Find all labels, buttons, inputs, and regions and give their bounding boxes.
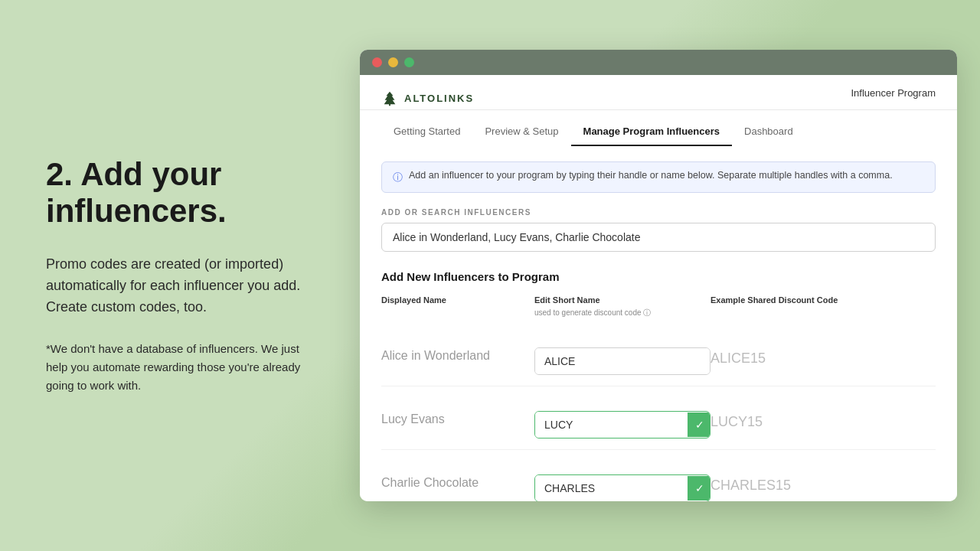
body-text: Promo codes are created (or imported) au… — [46, 254, 306, 318]
tab-dashboard[interactable]: Dashboard — [732, 118, 805, 146]
search-influencers-input[interactable] — [381, 223, 936, 252]
col2-subheader: used to generate discount code ⓘ — [534, 308, 710, 318]
info-banner-text: Add an influencer to your program by typ… — [409, 170, 893, 181]
add-section-title: Add New Influencers to Program — [381, 270, 936, 283]
footnote-text: *We don't have a database of influencers… — [46, 340, 306, 395]
nav-right-link[interactable]: Influencer Program — [851, 87, 936, 109]
checkmark-icon-lucy: ✓ — [688, 412, 710, 437]
tab-manage-influencers[interactable]: Manage Program Influencers — [571, 118, 732, 146]
browser-window: ALTOLINKS Influencer Program Getting Sta… — [360, 50, 957, 501]
short-name-field-lucy: ✓ — [534, 411, 710, 439]
search-section-label: ADD OR SEARCH INFLUENCERS — [381, 208, 936, 217]
col1-header: Displayed Name — [381, 295, 534, 305]
influencer-name-alice: Alice in Wonderland — [381, 334, 534, 363]
table-row: Lucy Evans ✓ LUCY15 — [381, 386, 936, 450]
discount-code-alice: ALICE15 — [710, 334, 936, 367]
app-main: ⓘ Add an influencer to your program by t… — [360, 146, 957, 501]
info-banner: ⓘ Add an influencer to your program by t… — [381, 161, 936, 193]
info-icon: ⓘ — [393, 171, 403, 184]
browser-content: ALTOLINKS Influencer Program Getting Sta… — [360, 75, 957, 501]
influencer-name-charlie: Charlie Chocolate — [381, 461, 534, 490]
app-header: ALTOLINKS Influencer Program — [360, 75, 957, 110]
logo-text: ALTOLINKS — [404, 93, 474, 104]
short-name-input-lucy[interactable] — [535, 412, 688, 438]
tab-preview-setup[interactable]: Preview & Setup — [472, 118, 570, 146]
table-row: Charlie Chocolate ✓ CHARLES15 — [381, 450, 936, 501]
app-tabs: Getting Started Preview & Setup Manage P… — [360, 118, 957, 146]
col3-header: Example Shared Discount Code — [710, 295, 936, 305]
short-name-input-charlie[interactable] — [535, 475, 688, 501]
minimize-button-icon[interactable] — [388, 57, 398, 67]
close-button-icon[interactable] — [372, 57, 382, 67]
maximize-button-icon[interactable] — [404, 57, 414, 67]
app-logo: ALTOLINKS — [381, 90, 474, 107]
influencer-name-lucy: Lucy Evans — [381, 397, 534, 426]
tab-getting-started[interactable]: Getting Started — [381, 118, 472, 146]
checkmark-icon-charlie: ✓ — [688, 476, 710, 500]
main-heading: 2. Add your influencers. — [46, 156, 306, 230]
browser-titlebar — [360, 50, 957, 75]
short-name-input-alice[interactable] — [535, 348, 710, 374]
table-row: Alice in Wonderland ALICE15 — [381, 323, 936, 386]
discount-code-charlie: CHARLES15 — [710, 461, 936, 494]
logo-tree-icon — [381, 90, 398, 107]
discount-code-lucy: LUCY15 — [710, 397, 936, 430]
influencer-table: Displayed Name Edit Short Name used to g… — [381, 295, 936, 501]
left-panel: 2. Add your influencers. Promo codes are… — [23, 141, 329, 410]
short-name-field-charlie: ✓ — [534, 474, 710, 501]
col2-header: Edit Short Name — [534, 295, 710, 305]
table-headers: Displayed Name Edit Short Name used to g… — [381, 295, 936, 323]
short-name-field-alice — [534, 347, 710, 375]
